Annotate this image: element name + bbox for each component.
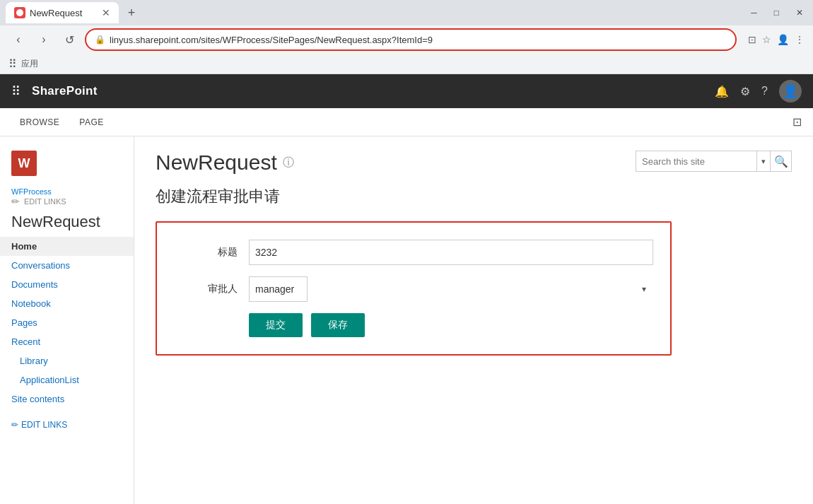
edit-links-pencil-bottom-icon: ✏	[11, 420, 18, 430]
page-layout: W WFProcess ✏ EDIT LINKS NewRequest Home…	[0, 136, 813, 504]
page-header-area: NewRequest ⓘ ▾ 🔍	[156, 151, 792, 175]
page-info-icon[interactable]: ⓘ	[283, 156, 294, 170]
settings-icon[interactable]: ⚙	[740, 85, 750, 98]
sharepoint-title: SharePoint	[32, 84, 98, 98]
close-window-button[interactable]: ✕	[792, 6, 807, 19]
page-title-text: NewRequest	[156, 151, 277, 175]
site-logo-area: W	[0, 148, 134, 187]
ribbon-tab-page[interactable]: PAGE	[71, 112, 112, 133]
sidebar-item-applicationlist[interactable]: ApplicationList	[0, 370, 134, 389]
apps-dots-icon: ⠿	[8, 57, 17, 71]
submit-button[interactable]: 提交	[249, 313, 303, 337]
edit-links-pencil-icon[interactable]: ✏	[11, 196, 20, 207]
url-box[interactable]: 🔒 linyus.sharepoint.com/sites/WFProcess/…	[85, 28, 737, 51]
sidebar-item-home[interactable]: Home	[0, 237, 134, 256]
breadcrumb-area: NewRequest ⓘ	[156, 151, 294, 175]
forward-button[interactable]: ›	[34, 30, 54, 49]
ssl-lock-icon: 🔒	[95, 35, 105, 45]
browser-tab[interactable]: NewRequest ✕	[6, 2, 119, 23]
sidebar-nav: Home Conversations Documents Notebook Pa…	[0, 237, 134, 409]
site-breadcrumb[interactable]: WFProcess	[11, 187, 122, 196]
edit-links-label[interactable]: EDIT LINKS	[24, 197, 66, 206]
search-dropdown-button[interactable]: ▾	[756, 151, 770, 171]
form-actions: 提交 保存	[174, 313, 653, 337]
main-content: NewRequest ⓘ ▾ 🔍 创建流程审批申请 标题 审批人	[134, 136, 813, 504]
sidebar-item-pages[interactable]: Pages	[0, 313, 134, 332]
window-controls: ─ □ ✕	[747, 6, 807, 19]
header-right-icons: 🔔 ⚙ ? 👤	[715, 80, 802, 102]
apps-bar: ⠿ 应用	[0, 54, 813, 74]
sidebar: W WFProcess ✏ EDIT LINKS NewRequest Home…	[0, 136, 134, 504]
ribbon: BROWSE PAGE ⊡	[0, 108, 813, 136]
refresh-button[interactable]: ↺	[59, 30, 79, 49]
tab-close-button[interactable]: ✕	[102, 7, 110, 18]
address-bar: ‹ › ↺ 🔒 linyus.sharepoint.com/sites/WFPr…	[0, 25, 813, 54]
approver-select-wrapper: manager admin supervisor ▾	[249, 276, 653, 302]
sidebar-item-site-contents[interactable]: Site contents	[0, 389, 134, 409]
search-submit-button[interactable]: 🔍	[770, 151, 791, 171]
help-icon[interactable]: ?	[761, 85, 768, 98]
page-title-sidebar: NewRequest	[11, 213, 122, 231]
minimize-button[interactable]: ─	[747, 6, 761, 19]
ribbon-expand-button[interactable]: ⊡	[792, 115, 802, 129]
label-title: 标题	[174, 246, 238, 259]
back-button[interactable]: ‹	[8, 30, 28, 49]
sidebar-item-conversations[interactable]: Conversations	[0, 256, 134, 275]
page-heading: NewRequest ⓘ	[156, 151, 294, 175]
sidebar-item-library[interactable]: Library	[0, 351, 134, 370]
bookmark-icon[interactable]: ☆	[762, 34, 771, 45]
url-text: linyus.sharepoint.com/sites/WFProcess/Si…	[110, 35, 727, 45]
approver-select[interactable]: manager admin supervisor	[249, 276, 308, 302]
menu-icon[interactable]: ⋮	[795, 34, 805, 45]
waffle-icon[interactable]: ⠿	[11, 83, 21, 99]
select-arrow-icon: ▾	[642, 284, 646, 294]
section-title: 创建流程审批申请	[156, 186, 792, 207]
sidebar-item-recent[interactable]: Recent	[0, 332, 134, 351]
sharepoint-header: ⠿ SharePoint 🔔 ⚙ ? 👤	[0, 74, 813, 108]
form-row-approver: 审批人 manager admin supervisor ▾	[174, 276, 653, 302]
sidebar-item-notebook[interactable]: Notebook	[0, 294, 134, 313]
tab-title: NewRequest	[30, 8, 82, 18]
apps-label[interactable]: 应用	[21, 58, 38, 70]
address-bar-icons: ⊡ ☆ 👤 ⋮	[748, 34, 805, 45]
notification-icon[interactable]: 🔔	[715, 85, 729, 98]
new-tab-button[interactable]: +	[122, 3, 141, 23]
sidebar-item-documents[interactable]: Documents	[0, 275, 134, 294]
tab-area: NewRequest ✕ +	[6, 2, 141, 23]
browser-chrome: NewRequest ✕ + ─ □ ✕ ‹ › ↺ 🔒 linyus.shar…	[0, 0, 813, 74]
title-input[interactable]	[249, 240, 653, 265]
form-container: 标题 审批人 manager admin supervisor ▾ 提交	[156, 221, 672, 356]
title-bar: NewRequest ✕ + ─ □ ✕	[0, 0, 813, 25]
profile-icon[interactable]: 👤	[777, 34, 789, 45]
maximize-button[interactable]: □	[770, 6, 783, 19]
site-icon: W	[11, 151, 37, 176]
form-row-title: 标题	[174, 240, 653, 265]
ribbon-tab-browse[interactable]: BROWSE	[11, 112, 68, 133]
tab-favicon	[14, 7, 25, 18]
label-approver: 审批人	[174, 283, 238, 295]
search-bar[interactable]: ▾ 🔍	[636, 151, 792, 172]
screen-cast-icon[interactable]: ⊡	[748, 34, 756, 45]
sidebar-edit-links[interactable]: ✏ EDIT LINKS	[0, 409, 134, 430]
user-avatar[interactable]: 👤	[779, 80, 802, 102]
save-button[interactable]: 保存	[311, 313, 365, 337]
favicon-inner	[16, 9, 23, 16]
search-input[interactable]	[636, 156, 756, 167]
